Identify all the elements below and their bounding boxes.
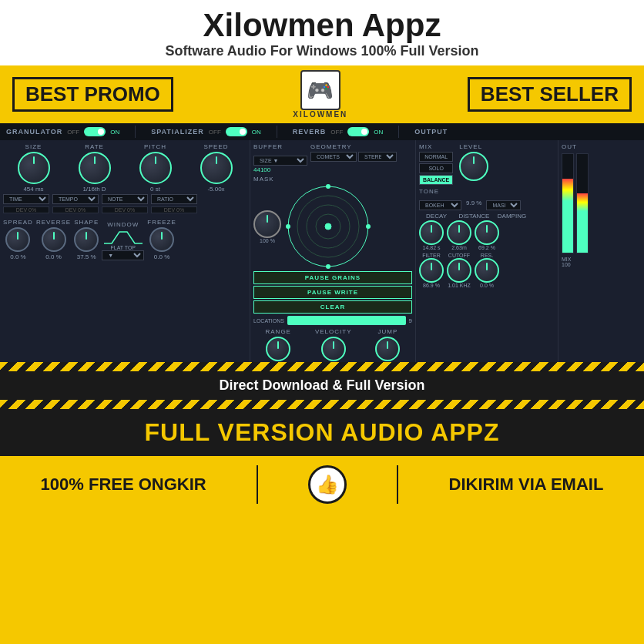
window-select[interactable]: ▼	[102, 250, 144, 260]
tone-label: TONE	[419, 188, 461, 195]
freeze-group: FREEZE 0.0 %	[147, 219, 176, 260]
download-text: Direct Download & Full Version	[219, 377, 424, 393]
geometry-svg	[286, 184, 371, 269]
dev-badge-1: DEV 0%	[3, 206, 49, 213]
buffer-size-value: 44100	[253, 166, 307, 173]
sep2	[277, 126, 277, 138]
reverse-knob[interactable]	[42, 227, 66, 252]
range-label: RANGE	[265, 328, 290, 335]
velocity-knob[interactable]	[321, 337, 346, 361]
time-select[interactable]: TIME	[3, 194, 49, 204]
cutoff-group: CUTOFF 1.01 KHZ	[447, 253, 471, 288]
reverb-knob-labels: DECAY DISTANCE DAMPING 14.82 s 2.63m	[419, 213, 555, 250]
badge-right: BEST SELLER	[468, 77, 632, 112]
range-row: RANGE VELOCITY JUMP	[253, 328, 412, 361]
pitch-label: PITCH	[144, 143, 166, 150]
solo-btn[interactable]: SOLO	[419, 163, 453, 173]
clear-button[interactable]: CLEAR	[253, 300, 412, 314]
filter-knob[interactable]	[419, 258, 444, 283]
comets-select[interactable]: COMETS ▼	[310, 152, 357, 162]
col-output: OUT MIX 100	[558, 140, 644, 362]
range-knob[interactable]	[266, 337, 290, 361]
granulator-toggle-switch[interactable]	[84, 127, 106, 136]
pause-grains-button[interactable]: PAUSE GRAINS	[253, 271, 412, 284]
decay-label: DECAY	[419, 213, 454, 220]
comp-label: 100	[562, 262, 641, 267]
speed-knob[interactable]	[200, 152, 233, 184]
damping-value: 69.2 %	[478, 245, 495, 250]
decay-knob[interactable]	[419, 220, 444, 245]
promo-right: DIKIRIM VIA EMAIL	[449, 475, 604, 495]
bottom-promo: 100% FREE ONGKIR 👍 DIKIRIM VIA EMAIL	[0, 456, 644, 513]
level-knob[interactable]	[459, 152, 488, 181]
note-select[interactable]: NOTE	[102, 194, 148, 204]
promo-divider	[257, 465, 258, 504]
reverb-labels: DECAY DISTANCE DAMPING	[419, 213, 555, 220]
freeze-value: 0.0 %	[154, 253, 169, 260]
rate-knob[interactable]	[79, 152, 111, 184]
vu-meter-right	[576, 153, 589, 253]
granulator-label: GRANULATOR	[6, 128, 62, 136]
synth-columns: SIZE 454 ms RATE 1/16th D PITCH 0 st SPE…	[0, 140, 644, 362]
normal-btn[interactable]: NORMAL	[419, 152, 453, 162]
tempo-select[interactable]: TEMPO	[52, 194, 99, 204]
decay-value: 14.82 s	[423, 245, 441, 250]
level-label: LEVEL	[459, 143, 488, 150]
mask-row: 100 %	[253, 184, 412, 269]
dropdown-row: TIME TEMPO NOTE RATIO	[3, 194, 247, 204]
tone-select[interactable]: BOKEH ▼	[419, 200, 461, 210]
reverse-value: 0.0 %	[45, 253, 61, 260]
damping-knob[interactable]	[475, 220, 499, 245]
freeze-knob[interactable]	[149, 227, 174, 252]
promo-divider-2	[397, 465, 398, 504]
mask-select[interactable]: MASK ▼	[486, 200, 521, 210]
dev-badge-4: DEV 0%	[151, 206, 197, 213]
col-buffer: BUFFER SIZE ▼ 44100 GEOMETRY COMETS ▼ ST…	[250, 140, 416, 362]
app-subtitle: Software Audio For Windows 100% Full Ver…	[15, 43, 629, 59]
pause-write-button[interactable]: PAUSE WRITE	[253, 286, 412, 299]
pitch-knob-group: PITCH 0 st	[132, 143, 179, 193]
distance-group: 2.63m	[447, 220, 471, 250]
speed-knob-group: SPEED -5.00x	[193, 143, 240, 193]
vu-meters	[562, 153, 641, 253]
mask-value: 100 %	[260, 238, 275, 243]
stereo-select[interactable]: STEREO ▼	[358, 152, 397, 162]
vu-meter-left	[562, 153, 574, 253]
rate-knob-group: RATE 1/16th D	[72, 143, 118, 193]
reverb-toggle-switch[interactable]	[347, 127, 369, 136]
res-label: RES.	[481, 253, 493, 258]
sep1	[135, 126, 136, 138]
full-version-text: FULL VERSION AUDIO APPZ	[9, 418, 635, 447]
damping-label: DAMPING	[495, 213, 529, 220]
spread-knob[interactable]	[5, 227, 30, 252]
jump-knob[interactable]	[375, 337, 400, 361]
reverb-knobs: 14.82 s 2.63m 69.2 %	[419, 220, 555, 250]
logo-icon: 🎮	[300, 70, 340, 110]
spatializer-toggle-switch[interactable]	[226, 127, 247, 136]
shape-knob[interactable]	[74, 227, 99, 252]
logo-text: XILOWMEN	[293, 110, 347, 119]
pitch-knob[interactable]	[139, 152, 172, 184]
balance-btn[interactable]: BALANCE	[419, 175, 453, 185]
res-knob[interactable]	[475, 258, 499, 283]
output-label: OUTPUT	[414, 128, 448, 136]
buffer-label: BUFFER	[253, 143, 307, 150]
spread-value: 0.0 %	[10, 253, 25, 260]
col-reverb: MIX NORMAL SOLO BALANCE LEVEL TONE	[416, 140, 558, 362]
distance-knob[interactable]	[447, 220, 471, 245]
download-banner: Direct Download & Full Version	[0, 371, 644, 400]
mask-knob[interactable]	[253, 210, 281, 238]
buffer-size-select[interactable]: SIZE ▼	[253, 156, 307, 166]
output-section-label: OUTPUT	[414, 128, 448, 136]
synth-ui: GRANULATOR OFF ON SPATIALIZER OFF ON REV…	[0, 123, 644, 362]
col-granulator: SIZE 454 ms RATE 1/16th D PITCH 0 st SPE…	[0, 140, 250, 362]
cutoff-knob[interactable]	[447, 258, 471, 283]
ratio-select[interactable]: RATIO	[151, 194, 197, 204]
rate-label: RATE	[85, 143, 104, 150]
dev-badge-2: DEV 0%	[52, 206, 99, 213]
size-knob[interactable]	[18, 152, 50, 184]
rate-value: 1/16th D	[82, 186, 106, 193]
shape-value: 37.5 %	[77, 253, 96, 260]
promo-left: 100% FREE ONGKIR	[41, 475, 206, 495]
cutoff-value: 1.01 KHZ	[448, 283, 471, 288]
